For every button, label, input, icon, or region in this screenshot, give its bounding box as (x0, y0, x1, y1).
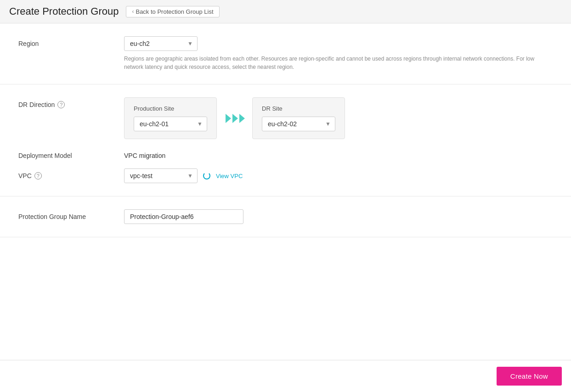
back-button-label: Back to Protection Group List (136, 8, 213, 15)
vpc-help-icon[interactable]: ? (34, 172, 42, 179)
page-footer: Create Now (0, 360, 571, 392)
page-content: Region eu-ch2 eu-ch1 us-east-1 ▼ Regions… (0, 23, 571, 392)
dr-direction-arrows (224, 114, 245, 123)
page-title: Create Protection Group (9, 6, 119, 17)
back-chevron-icon: ‹ (132, 8, 134, 15)
vpc-content: vpc-test vpc-prod ▼ View VPC (124, 168, 553, 183)
create-now-button[interactable]: Create Now (497, 367, 562, 386)
region-select[interactable]: eu-ch2 eu-ch1 us-east-1 (124, 36, 198, 51)
protection-group-name-form-row: Protection Group Name (18, 209, 553, 224)
protection-group-name-section: Protection Group Name (0, 196, 571, 237)
dr-direction-label: DR Direction ? (18, 97, 110, 108)
vpc-form-row: VPC ? vpc-test vpc-prod ▼ (18, 168, 553, 183)
dr-direction-field-content: Production Site eu-ch2-01 eu-ch2-02 ▼ (124, 97, 553, 139)
region-field-content: eu-ch2 eu-ch1 us-east-1 ▼ Regions are ge… (124, 36, 553, 71)
protection-group-name-field-content (124, 209, 553, 224)
dr-direction-section: DR Direction ? Production Site eu-ch2-01… (0, 84, 571, 196)
region-section: Region eu-ch2 eu-ch1 us-east-1 ▼ Regions… (0, 23, 571, 84)
production-site-label: Production Site (134, 105, 207, 112)
region-form-row: Region eu-ch2 eu-ch1 us-east-1 ▼ Regions… (18, 36, 553, 71)
dr-site-select[interactable]: eu-ch2-02 eu-ch2-01 (262, 117, 335, 131)
region-help-text: Regions are geographic areas isolated fr… (124, 55, 537, 71)
dr-site-select-wrapper: eu-ch2-02 eu-ch2-01 ▼ (262, 117, 335, 131)
deployment-model-field-content: VPC migration (124, 148, 553, 159)
protection-group-name-input[interactable] (124, 209, 243, 224)
vpc-select-wrapper: vpc-test vpc-prod ▼ (124, 168, 198, 183)
production-site-box: Production Site eu-ch2-01 eu-ch2-02 ▼ (124, 97, 217, 139)
deployment-model-value: VPC migration (124, 148, 553, 159)
vpc-select[interactable]: vpc-test vpc-prod (124, 168, 198, 183)
deployment-model-label: Deployment Model (18, 148, 110, 159)
vpc-label: VPC ? (18, 168, 110, 179)
protection-group-name-label: Protection Group Name (18, 209, 110, 220)
arrow-icon-3 (239, 114, 245, 123)
production-site-select[interactable]: eu-ch2-01 eu-ch2-02 (134, 117, 207, 131)
dr-site-label: DR Site (262, 105, 335, 112)
dr-direction-content: Production Site eu-ch2-01 eu-ch2-02 ▼ (124, 97, 553, 139)
production-site-select-wrapper: eu-ch2-01 eu-ch2-02 ▼ (134, 117, 207, 131)
view-vpc-link[interactable]: View VPC (216, 173, 243, 179)
region-label: Region (18, 36, 110, 47)
dr-site-box: DR Site eu-ch2-02 eu-ch2-01 ▼ (252, 97, 345, 139)
vpc-field-content: vpc-test vpc-prod ▼ View VPC (124, 168, 553, 183)
page-wrapper: Create Protection Group ‹ Back to Protec… (0, 0, 571, 392)
vpc-refresh-icon[interactable] (203, 172, 210, 179)
page-header: Create Protection Group ‹ Back to Protec… (0, 0, 571, 23)
back-to-list-button[interactable]: ‹ Back to Protection Group List (126, 6, 219, 17)
region-select-wrapper: eu-ch2 eu-ch1 us-east-1 ▼ (124, 36, 198, 51)
deployment-model-form-row: Deployment Model VPC migration (18, 148, 553, 159)
arrow-icon-2 (232, 114, 238, 123)
arrow-icon-1 (226, 114, 231, 123)
dr-direction-form-row: DR Direction ? Production Site eu-ch2-01… (18, 97, 553, 139)
dr-direction-help-icon[interactable]: ? (57, 101, 65, 108)
